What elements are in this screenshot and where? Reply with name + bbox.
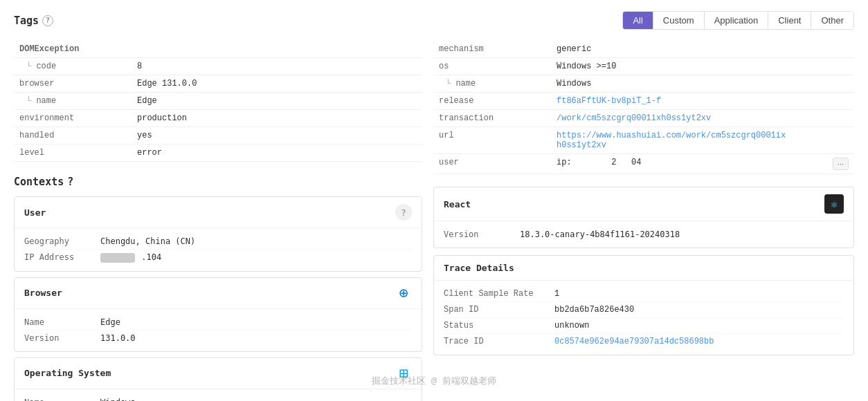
context-row-ip: IP Address .104: [24, 250, 412, 265]
transaction-link[interactable]: /work/cm5szcgrq0001ixh0ss1yt2xv: [557, 113, 711, 123]
tag-key: user: [433, 154, 551, 174]
tag-value: yes: [132, 127, 422, 144]
left-panel: DOMException code 8 browser Edge 131.0.0…: [14, 41, 422, 401]
user-context-card: User ? Geography Chengdu, China (CN) IP …: [14, 196, 422, 272]
context-row-os-name: Name Windows: [24, 395, 412, 402]
trace-row-trace-id: Trace ID 0c8574e962e94ae79307a14dc58698b…: [444, 334, 844, 349]
user-more-button[interactable]: ···: [833, 158, 849, 170]
react-card-title: React: [444, 199, 471, 209]
os-context-card: Operating System ⊞ Name Windows Version …: [14, 357, 422, 402]
tag-key: release: [433, 93, 551, 110]
browser-name-key: Name: [24, 317, 100, 327]
trace-val-sample-rate: 1: [554, 289, 559, 299]
browser-version-value: 131.0.0: [100, 333, 136, 343]
tags-help-icon[interactable]: ?: [42, 15, 53, 26]
user-question-icon: ?: [395, 204, 412, 221]
filter-btn-client[interactable]: Client: [768, 12, 811, 29]
react-version-row: Version 18.3.0-canary-4b84f1161-20240318: [444, 227, 844, 242]
tag-value: 8: [132, 58, 422, 75]
tags-text: Tags: [14, 15, 39, 27]
tag-value: Windows >=10: [551, 58, 854, 75]
trace-val-trace-id: 0c8574e962e94ae79307a14dc58698bb: [554, 337, 714, 346]
contexts-help-icon[interactable]: ?: [67, 176, 73, 188]
table-row: mechanism generic: [433, 41, 854, 58]
geography-key: Geography: [24, 236, 100, 246]
table-row: code 8: [14, 58, 422, 75]
tag-key: transaction: [433, 110, 551, 127]
react-version-value: 18.3.0-canary-4b84f1161-20240318: [520, 230, 680, 239]
user-ip-text: ip: 2 04: [557, 158, 641, 167]
release-link[interactable]: ft86aFftUK-bv8piT_1-f: [557, 96, 661, 106]
user-card-header: User ?: [15, 197, 422, 228]
edge-icon: ⊕: [395, 285, 412, 301]
table-row: name Windows: [433, 75, 854, 93]
trace-row-span-id: Span ID bb2da6b7a826e430: [444, 302, 844, 318]
tags-section-label: Tags ?: [14, 15, 53, 27]
table-row: user ip: 2 04 ···: [433, 154, 854, 174]
trace-key-trace-id: Trace ID: [444, 337, 554, 346]
trace-row-sample-rate: Client Sample Rate 1: [444, 286, 844, 302]
filter-buttons-group: All Custom Application Client Other: [622, 11, 854, 30]
react-icon: ⚛: [824, 194, 844, 214]
ip-blur: [100, 253, 135, 263]
ip-key: IP Address: [24, 252, 100, 262]
table-row: handled yes: [14, 127, 422, 144]
geography-value: Chengdu, China (CN): [100, 236, 195, 246]
user-row: ip: 2 04 ···: [557, 158, 849, 170]
tag-key: handled: [14, 127, 132, 144]
right-tags-table: mechanism generic os Windows >=10 name W…: [433, 41, 854, 174]
right-panel: mechanism generic os Windows >=10 name W…: [433, 41, 854, 401]
table-row: release ft86aFftUK-bv8piT_1-f: [433, 93, 854, 110]
left-tags-table: DOMException code 8 browser Edge 131.0.0…: [14, 41, 422, 162]
trace-card-header: Trace Details: [434, 256, 853, 281]
filter-btn-other[interactable]: Other: [811, 12, 853, 29]
trace-card-body: Client Sample Rate 1 Span ID bb2da6b7a82…: [434, 281, 853, 355]
tag-value: Edge: [132, 93, 422, 110]
tag-key: url: [433, 127, 551, 154]
trace-details-card: Trace Details Client Sample Rate 1 Span …: [433, 255, 854, 355]
browser-card-body: Name Edge Version 131.0.0: [15, 309, 422, 351]
trace-key-status: Status: [444, 321, 554, 330]
react-card: React ⚛ Version 18.3.0-canary-4b84f1161-…: [433, 187, 854, 248]
tag-key: DOMException: [14, 41, 132, 58]
trace-val-status: unknown: [554, 321, 589, 330]
tag-key-indent: name: [433, 75, 551, 93]
table-row: url https://www.huashuiai.com/work/cm5sz…: [433, 127, 854, 154]
filter-btn-custom[interactable]: Custom: [653, 12, 705, 29]
tag-key-indent: code: [14, 58, 132, 75]
ip-suffix: .104: [141, 252, 161, 262]
table-row: os Windows >=10: [433, 58, 854, 75]
os-card-title: Operating System: [24, 368, 111, 378]
tag-value: ip: 2 04 ···: [551, 154, 854, 174]
tag-value: error: [132, 144, 422, 162]
tag-value: Edge 131.0.0: [132, 75, 422, 93]
table-row: browser Edge 131.0.0: [14, 75, 422, 93]
table-row: level error: [14, 144, 422, 162]
filter-btn-all[interactable]: All: [623, 12, 653, 29]
contexts-text: Contexts: [14, 176, 64, 188]
top-bar: Tags ? All Custom Application Client Oth…: [14, 11, 854, 30]
react-card-body: Version 18.3.0-canary-4b84f1161-20240318: [434, 221, 853, 248]
user-card-body: Geography Chengdu, China (CN) IP Address…: [15, 228, 422, 271]
tag-value: generic: [551, 41, 854, 58]
filter-btn-application[interactable]: Application: [705, 12, 769, 29]
user-card-title: User: [24, 207, 46, 218]
contexts-title: Contexts ?: [14, 176, 422, 188]
url-link[interactable]: https://www.huashuiai.com/work/cm5szcgrq…: [557, 131, 786, 150]
table-row: name Edge: [14, 93, 422, 110]
trace-val-span-id: bb2da6b7a826e430: [554, 305, 634, 315]
table-row: DOMException: [14, 41, 422, 58]
os-card-header: Operating System ⊞: [15, 358, 422, 389]
tag-value: ft86aFftUK-bv8piT_1-f: [551, 93, 854, 110]
react-card-header: React ⚛: [434, 187, 853, 221]
browser-version-key: Version: [24, 333, 100, 343]
browser-name-value: Edge: [100, 317, 120, 327]
trace-row-status: Status unknown: [444, 318, 844, 334]
tag-value: production: [132, 110, 422, 127]
page: Tags ? All Custom Application Client Oth…: [0, 0, 868, 401]
trace-id-link[interactable]: 0c8574e962e94ae79307a14dc58698bb: [554, 337, 714, 346]
context-row-geography: Geography Chengdu, China (CN): [24, 234, 412, 250]
trace-key-span-id: Span ID: [444, 305, 554, 315]
browser-card-title: Browser: [24, 288, 62, 298]
trace-key-sample-rate: Client Sample Rate: [444, 289, 554, 299]
